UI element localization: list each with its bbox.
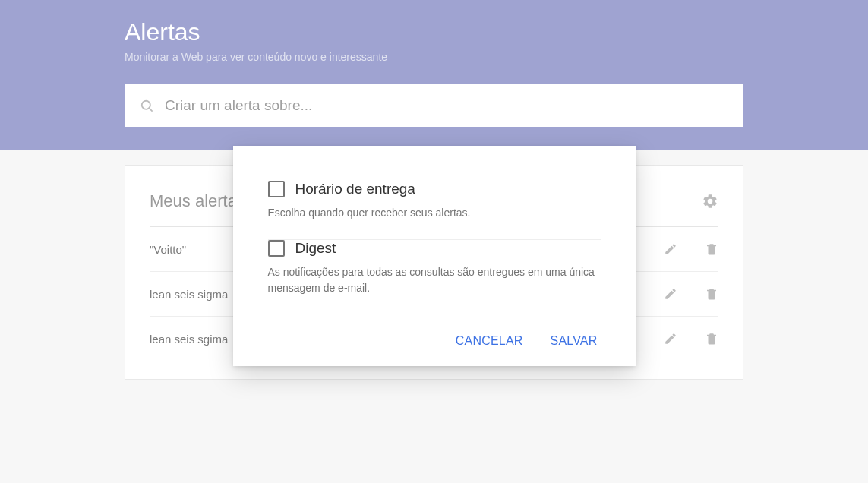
search-box[interactable] xyxy=(125,84,743,127)
settings-dialog: Horário de entrega Escolha quando quer r… xyxy=(233,146,636,366)
alert-label: "Voitto" xyxy=(150,243,186,256)
checkbox-delivery-time[interactable] xyxy=(268,181,285,197)
option-label: Digest xyxy=(295,240,336,257)
trash-icon[interactable] xyxy=(705,287,718,301)
option-delivery-time: Horário de entrega Escolha quando quer r… xyxy=(268,181,601,239)
cancel-button[interactable]: CANCELAR xyxy=(456,334,523,348)
gear-icon[interactable] xyxy=(702,193,718,210)
search-input[interactable] xyxy=(165,97,728,114)
page-header: Alertas Monitorar a Web para ver conteúd… xyxy=(0,0,868,150)
alert-label: lean seis sigma xyxy=(150,288,228,301)
alerts-heading: Meus alertas xyxy=(150,191,245,211)
pencil-icon[interactable] xyxy=(664,332,677,346)
svg-line-1 xyxy=(150,108,153,111)
alert-label: lean seis sgima xyxy=(150,333,228,346)
page-subtitle: Monitorar a Web para ver conteúdo novo e… xyxy=(125,51,743,63)
trash-icon[interactable] xyxy=(705,242,718,256)
page-title: Alertas xyxy=(125,18,743,46)
option-desc: As notificações para todas as consultas … xyxy=(268,264,601,296)
svg-point-0 xyxy=(142,100,150,109)
option-label: Horário de entrega xyxy=(295,181,415,197)
search-icon xyxy=(140,99,154,113)
checkbox-digest[interactable] xyxy=(268,240,285,257)
option-digest: Digest As notificações para todas as con… xyxy=(268,240,601,314)
trash-icon[interactable] xyxy=(705,332,718,346)
pencil-icon[interactable] xyxy=(664,287,677,301)
save-button[interactable]: SALVAR xyxy=(551,334,598,348)
pencil-icon[interactable] xyxy=(664,242,677,256)
option-desc: Escolha quando quer receber seus alertas… xyxy=(268,205,601,221)
